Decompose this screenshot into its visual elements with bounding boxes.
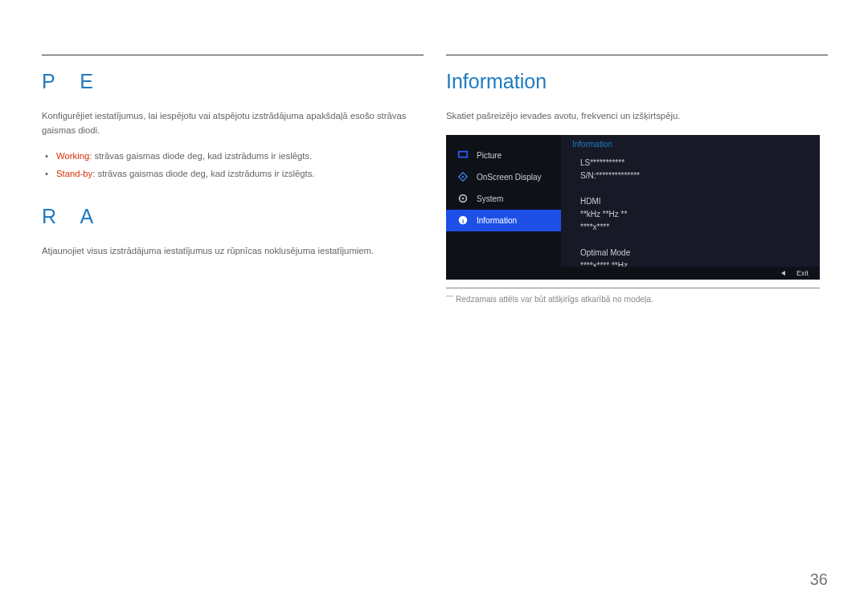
osd-line: LS*********** bbox=[580, 157, 809, 170]
svg-point-4 bbox=[462, 198, 465, 200]
bullet-list: Working: strāvas gaismas diode deg, kad … bbox=[42, 149, 424, 181]
footnote: Redzamais attēls var būt atšķirīgs atkar… bbox=[446, 295, 828, 304]
body-information: Skatiet pašreizējo ievades avotu, frekve… bbox=[446, 109, 828, 124]
svg-text:i: i bbox=[462, 218, 464, 225]
osd-line: Optimal Mode bbox=[580, 247, 809, 260]
exit-label[interactable]: Exit bbox=[796, 269, 809, 277]
body-reset-all: Atjaunojiet visus izstrādājuma iestatīju… bbox=[42, 244, 424, 259]
osd-panel-body: LS*********** S/N:************** HDMI **… bbox=[572, 157, 809, 275]
back-icon[interactable] bbox=[781, 271, 785, 276]
osd-item-label: OnScreen Display bbox=[477, 173, 542, 182]
heading-information: Information bbox=[446, 70, 828, 93]
gear-icon bbox=[457, 193, 469, 204]
osd-item-onscreen[interactable]: OnScreen Display bbox=[446, 166, 561, 188]
osd-sidebar: Picture OnScreen Display System i bbox=[446, 135, 561, 280]
onscreen-icon bbox=[457, 171, 469, 182]
osd-line: S/N:************** bbox=[580, 170, 809, 182]
bullet-standby: Stand-by: strāvas gaismas diode deg, kad… bbox=[42, 166, 424, 181]
svg-rect-1 bbox=[460, 153, 467, 157]
osd-panel: Information LS*********** S/N:**********… bbox=[561, 135, 820, 280]
osd-line bbox=[580, 182, 809, 195]
osd-line: **kHz **Hz ** bbox=[580, 208, 809, 221]
svg-point-2 bbox=[462, 176, 465, 178]
osd-footer: Exit bbox=[561, 267, 820, 280]
osd-item-label: Information bbox=[477, 216, 517, 225]
osd-item-label: System bbox=[477, 194, 503, 203]
osd-item-picture[interactable]: Picture bbox=[446, 145, 561, 166]
text-working: : strāvas gaismas diode deg, kad izstrād… bbox=[89, 151, 312, 161]
divider bbox=[446, 55, 828, 55]
osd-line: ****x**** bbox=[580, 221, 809, 234]
divider bbox=[42, 55, 424, 55]
body-power-led: Konfigurējiet iestatījumus, lai iespējot… bbox=[42, 109, 424, 137]
osd-item-information[interactable]: i Information bbox=[446, 210, 561, 231]
footnote-separator bbox=[446, 288, 820, 288]
heading-power-led: P E bbox=[42, 70, 424, 93]
osd-line bbox=[580, 234, 809, 247]
bullet-working: Working: strāvas gaismas diode deg, kad … bbox=[42, 149, 424, 163]
page-number: 36 bbox=[810, 570, 828, 589]
osd-item-system[interactable]: System bbox=[446, 188, 561, 210]
label-standby: Stand-by bbox=[56, 169, 92, 178]
left-column: P E Konfigurējiet iestatījumus, lai iesp… bbox=[42, 55, 424, 304]
osd-item-label: Picture bbox=[477, 151, 502, 160]
osd-screenshot: Picture OnScreen Display System i bbox=[446, 135, 820, 280]
osd-panel-title: Information bbox=[572, 140, 809, 149]
label-working: Working bbox=[56, 151, 89, 161]
info-icon: i bbox=[457, 215, 469, 226]
text-standby: : strāvas gaismas diode deg, kad izstrād… bbox=[92, 169, 314, 178]
right-column: Information Skatiet pašreizējo ievades a… bbox=[446, 55, 828, 304]
osd-line: HDMI bbox=[580, 195, 809, 208]
heading-reset-all: R A bbox=[42, 205, 424, 228]
picture-icon bbox=[457, 149, 469, 161]
